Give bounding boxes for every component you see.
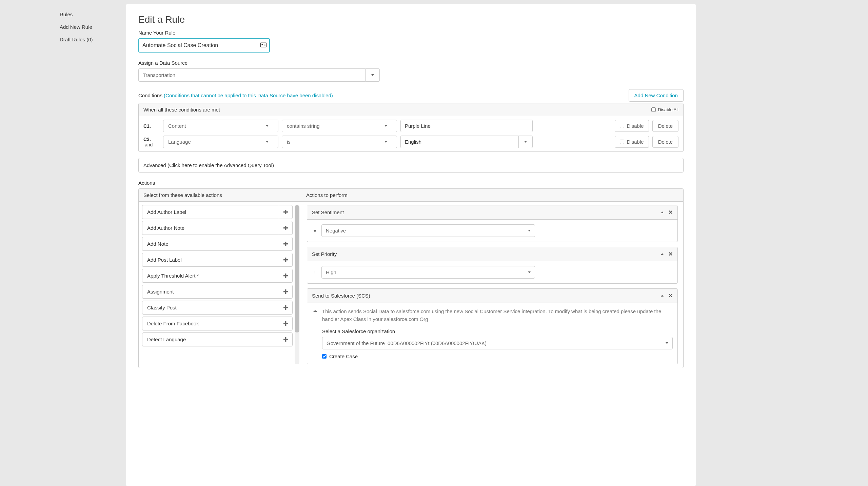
condition-operator-select[interactable]: contains string [282, 120, 397, 132]
condition-delete-button[interactable]: Delete [652, 136, 678, 148]
sidebar-item-add-new-rule[interactable]: Add New Rule [54, 21, 122, 33]
available-action-item: Add Note✚ [142, 237, 293, 251]
condition-disable-label: Disable [627, 139, 644, 145]
svg-point-1 [262, 44, 263, 45]
create-case-label: Create Case [329, 353, 358, 359]
salesforce-description: This action sends Social Data to salesfo… [322, 308, 673, 323]
available-action-item: Delete From Facebook✚ [142, 317, 293, 330]
disable-all-label: Disable All [658, 107, 678, 112]
cloud-icon: ☁ [312, 308, 318, 313]
condition-row: C2. and Language is [143, 136, 678, 148]
add-action-button[interactable]: ✚ [279, 285, 292, 298]
rule-name-input[interactable] [138, 38, 270, 53]
caret-down-icon [266, 141, 269, 143]
svg-rect-3 [264, 45, 265, 46]
condition-value-input[interactable] [400, 120, 533, 132]
priority-select[interactable]: High [321, 266, 535, 279]
caret-down-icon [371, 74, 374, 76]
available-action-item: Assignment✚ [142, 285, 293, 299]
collapse-icon[interactable] [661, 211, 664, 213]
perform-actions-list: Set Sentiment ✕ ♥ Negative [301, 202, 683, 368]
add-action-button[interactable]: ✚ [279, 317, 292, 330]
available-action-label: Apply Threshold Alert * [142, 269, 279, 282]
add-action-button[interactable]: ✚ [279, 301, 292, 314]
perform-action-set-sentiment: Set Sentiment ✕ ♥ Negative [307, 205, 678, 242]
available-action-label: Add Post Label [142, 253, 279, 266]
condition-disable-checkbox[interactable] [620, 124, 624, 128]
salesforce-org-label: Select a Salesforce organization [322, 328, 673, 334]
condition-value-toggle[interactable] [518, 136, 533, 148]
available-action-item: Detect Language✚ [142, 332, 293, 346]
rule-name-label: Name Your Rule [138, 30, 684, 36]
available-action-item: Add Post Label✚ [142, 253, 293, 267]
caret-down-icon [384, 125, 387, 127]
available-actions-header: Select from these available actions [139, 189, 301, 201]
add-action-button[interactable]: ✚ [279, 205, 292, 219]
add-action-button[interactable]: ✚ [279, 253, 292, 266]
main-panel: Edit a Rule Name Your Rule Assign a Data… [126, 4, 696, 486]
conditions-panel: When all these conditions are met Disabl… [138, 103, 684, 152]
sidebar-item-rules[interactable]: Rules [54, 8, 122, 21]
id-card-icon [260, 43, 267, 48]
condition-index: C1. [143, 123, 151, 129]
sidebar-item-draft-rules[interactable]: Draft Rules (0) [54, 33, 122, 46]
salesforce-org-select[interactable]: Government of the Future_00D6A000002FIYt… [322, 337, 673, 349]
data-source-label: Assign a Data Source [138, 60, 684, 66]
create-case-checkbox[interactable] [322, 354, 327, 359]
conditions-label: Conditions [138, 93, 162, 98]
scrollbar[interactable] [295, 205, 299, 364]
sentiment-select[interactable]: Negative [321, 224, 535, 237]
add-action-button[interactable]: ✚ [279, 237, 292, 250]
condition-delete-button[interactable]: Delete [652, 120, 678, 132]
remove-action-icon[interactable]: ✕ [668, 292, 673, 299]
condition-disable-checkbox[interactable] [620, 140, 624, 144]
available-action-item: Add Author Label✚ [142, 205, 293, 219]
add-action-button[interactable]: ✚ [279, 221, 292, 235]
collapse-icon[interactable] [661, 253, 664, 255]
condition-field-select[interactable]: Language [163, 136, 278, 148]
add-new-condition-button[interactable]: Add New Condition [629, 89, 684, 102]
caret-down-icon [384, 141, 387, 143]
perform-action-title: Set Sentiment [312, 209, 344, 215]
remove-action-icon[interactable]: ✕ [668, 251, 673, 257]
caret-down-icon [528, 230, 531, 231]
remove-action-icon[interactable]: ✕ [668, 209, 673, 216]
add-action-button[interactable]: ✚ [279, 269, 292, 282]
data-source-select[interactable]: Transportation [138, 68, 366, 82]
condition-row: C1. Content contains string Disable Dele… [143, 120, 678, 132]
caret-down-icon [266, 125, 269, 127]
available-action-label: Add Note [142, 237, 279, 250]
disable-all-checkbox[interactable] [651, 107, 656, 112]
available-action-label: Add Author Note [142, 221, 279, 235]
available-action-label: Add Author Label [142, 205, 279, 219]
available-actions-list: Add Author Label✚Add Author Note✚Add Not… [139, 202, 295, 368]
perform-action-title: Set Priority [312, 251, 337, 257]
add-action-button[interactable]: ✚ [279, 333, 292, 346]
available-action-item: Apply Threshold Alert *✚ [142, 269, 293, 283]
perform-actions-header: Actions to perform [301, 189, 352, 201]
actions-panel: Select from these available actions Acti… [138, 188, 684, 368]
condition-field-select[interactable]: Content [163, 120, 278, 132]
perform-action-set-priority: Set Priority ✕ ! High [307, 247, 678, 284]
svg-rect-2 [264, 44, 265, 45]
conditions-note: (Conditions that cannot be applied to th… [164, 93, 333, 98]
advanced-toggle[interactable]: Advanced (Click here to enable the Advan… [138, 158, 684, 173]
conditions-header: When all these conditions are met [143, 107, 220, 113]
available-action-label: Delete From Facebook [142, 317, 279, 330]
page-title: Edit a Rule [138, 14, 684, 25]
condition-disable-label: Disable [627, 123, 644, 129]
exclamation-icon: ! [312, 270, 318, 275]
heart-icon: ♥ [312, 228, 318, 234]
caret-down-icon [666, 342, 668, 344]
caret-down-icon [528, 271, 531, 273]
collapse-icon[interactable] [661, 295, 664, 297]
caret-down-icon [524, 141, 527, 143]
available-action-label: Assignment [142, 285, 279, 298]
available-action-label: Detect Language [142, 333, 279, 346]
condition-operator-select[interactable]: is [282, 136, 397, 148]
condition-and: and [145, 142, 153, 147]
available-action-item: Classify Post✚ [142, 301, 293, 315]
actions-label: Actions [138, 180, 684, 186]
condition-value-input[interactable] [400, 136, 518, 148]
data-source-toggle[interactable] [366, 68, 380, 82]
